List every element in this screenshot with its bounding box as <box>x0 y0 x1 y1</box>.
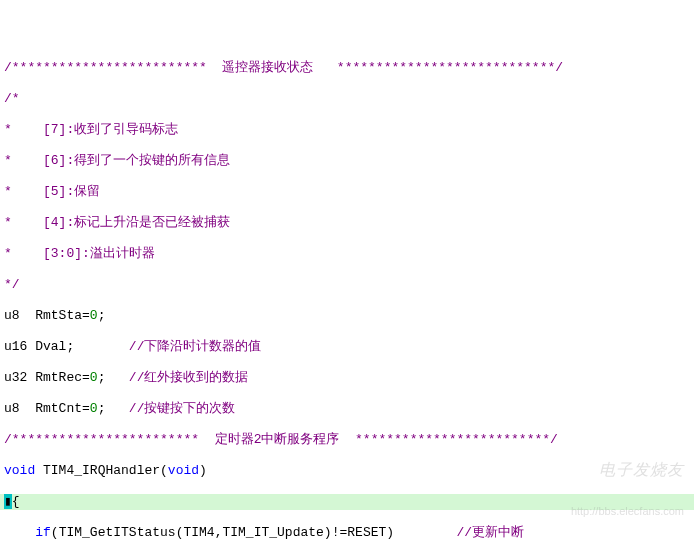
code-text: u16 Dval; <box>4 339 74 354</box>
inline-comment: //下降沿时计数器的值 <box>74 339 261 354</box>
inline-comment: //按键按下的次数 <box>105 401 235 416</box>
comment-line: * [4]:标记上升沿是否已经被捕获 <box>0 215 694 231</box>
code-line[interactable]: u16 Dval; //下降沿时计数器的值 <box>0 339 694 355</box>
watermark: 电子发烧友 http://bbs.elecfans.com <box>571 436 684 529</box>
comment-header: /************************ 定时器2中断服务程序 ***… <box>0 432 694 448</box>
code-text <box>4 525 35 539</box>
code-text: ) <box>199 463 207 478</box>
inline-comment: //更新中断 <box>457 525 525 539</box>
code-text: { <box>12 494 20 509</box>
comment-line: */ <box>0 277 694 293</box>
number-literal: 0 <box>90 308 98 323</box>
code-line[interactable]: u8 RmtSta=0; <box>0 308 694 324</box>
highlighted-line[interactable]: ▮{ <box>0 494 694 510</box>
comment-header: /************************* 遥控器接收状态 *****… <box>0 60 694 76</box>
code-text: u8 RmtSta= <box>4 308 90 323</box>
comment-line: * [3:0]:溢出计时器 <box>0 246 694 262</box>
code-line[interactable]: if(TIM_GetITStatus(TIM4,TIM_IT_Update)!=… <box>0 525 694 539</box>
code-text: TIM4_IRQHandler( <box>35 463 168 478</box>
comment-line: /* <box>0 91 694 107</box>
code-text: ; <box>98 308 106 323</box>
number-literal: 0 <box>90 370 98 385</box>
code-line[interactable]: u32 RmtRec=0; //红外接收到的数据 <box>0 370 694 386</box>
comment-line: * [5]:保留 <box>0 184 694 200</box>
keyword: void <box>4 463 35 478</box>
inline-comment: //红外接收到的数据 <box>105 370 248 385</box>
code-text: (TIM_GetITStatus(TIM4,TIM_IT_Update)!=RE… <box>51 525 457 539</box>
cursor: ▮ <box>4 494 12 509</box>
code-text: u32 RmtRec= <box>4 370 90 385</box>
keyword: if <box>35 525 51 539</box>
keyword: void <box>168 463 199 478</box>
code-line[interactable]: u8 RmtCnt=0; //按键按下的次数 <box>0 401 694 417</box>
code-text: u8 RmtCnt= <box>4 401 90 416</box>
comment-line: * [6]:得到了一个按键的所有信息 <box>0 153 694 169</box>
code-line[interactable]: void TIM4_IRQHandler(void) <box>0 463 694 479</box>
number-literal: 0 <box>90 401 98 416</box>
comment-line: * [7]:收到了引导码标志 <box>0 122 694 138</box>
